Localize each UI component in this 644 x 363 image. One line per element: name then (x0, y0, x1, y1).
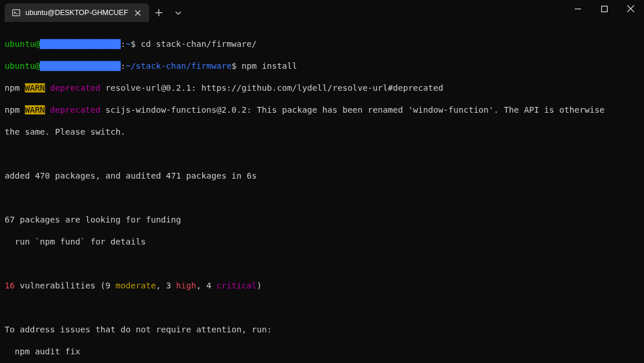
tab-dropdown-button[interactable] (169, 3, 188, 22)
output-line: the same. Please switch. (5, 127, 639, 138)
tab-title: ubuntu@DESKTOP-GHMCUEF (25, 8, 128, 18)
blank-line (5, 149, 639, 160)
svg-rect-3 (601, 6, 607, 12)
minimize-button[interactable] (564, 0, 591, 17)
window-controls (564, 0, 644, 22)
output-line: added 470 packages, and audited 471 pack… (5, 171, 639, 182)
maximize-button[interactable] (591, 0, 617, 17)
new-tab-button[interactable] (149, 3, 169, 22)
output-line: npm WARN deprecated resolve-url@0.2.1: h… (5, 83, 639, 94)
prompt-line: ubuntu@████████████████:~/stack-chan/fir… (5, 61, 639, 72)
output-line: 67 packages are looking for funding (5, 214, 639, 225)
prompt-line: ubuntu@████████████████:~$ cd stack-chan… (5, 39, 639, 50)
blank-line (5, 258, 639, 269)
tab-close-button[interactable] (133, 8, 143, 18)
command-input: npm install (241, 61, 297, 71)
blank-line (5, 192, 639, 203)
output-line: npm WARN deprecated scijs-window-functio… (5, 105, 639, 116)
titlebar: ubuntu@DESKTOP-GHMCUEF (0, 0, 644, 22)
close-button[interactable] (617, 0, 644, 17)
svg-rect-0 (13, 10, 20, 16)
terminal-icon (12, 8, 21, 17)
blank-line (5, 302, 639, 313)
output-line: npm audit fix (5, 346, 639, 357)
command-input: cd stack-chan/firmware/ (141, 39, 257, 49)
terminal-tab[interactable]: ubuntu@DESKTOP-GHMCUEF (5, 3, 149, 22)
terminal-output[interactable]: ubuntu@████████████████:~$ cd stack-chan… (0, 22, 644, 363)
output-line: run `npm fund` for details (5, 236, 639, 247)
output-line: To address issues that do not require at… (5, 324, 639, 335)
output-line: 16 vulnerabilities (9 moderate, 3 high, … (5, 280, 639, 291)
